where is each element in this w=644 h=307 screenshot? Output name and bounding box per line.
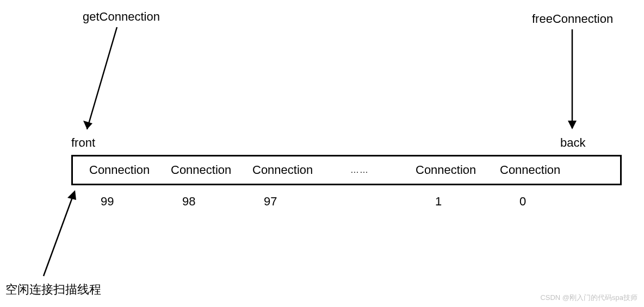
- arrow-scanner-to-front: [0, 0, 644, 307]
- svg-marker-5: [67, 190, 76, 200]
- svg-line-4: [44, 195, 73, 276]
- watermark: CSDN @刚入门的代码spa技师: [540, 293, 637, 303]
- scanner-thread-label: 空闲连接扫描线程: [5, 281, 101, 298]
